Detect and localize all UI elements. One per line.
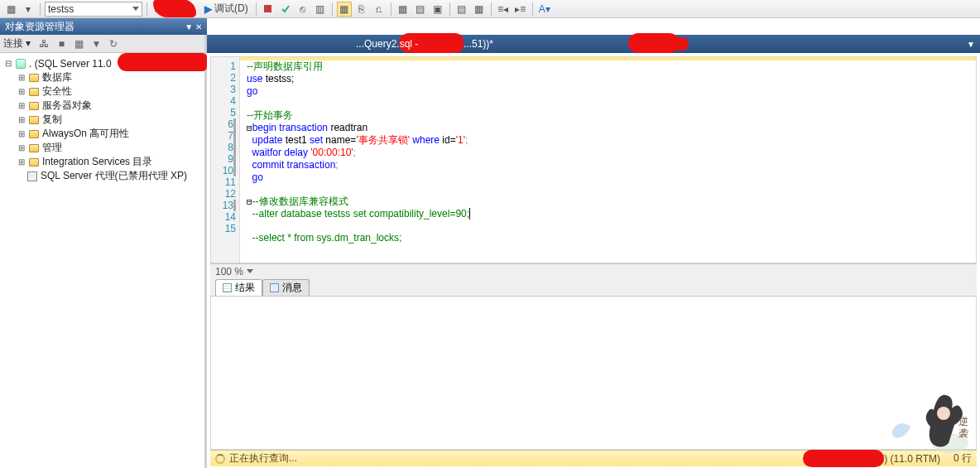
- tree-node-databases[interactable]: ⊞数据库: [2, 70, 203, 84]
- expand-icon[interactable]: ⊞: [17, 87, 26, 96]
- stop-icon[interactable]: ▦: [71, 36, 86, 51]
- toolbar-btn[interactable]: ▣: [430, 2, 445, 17]
- expand-icon[interactable]: ⊞: [17, 157, 26, 166]
- object-explorer: 连接 ▾ 🖧 ■ ▦ ▼ ↻ ⊟ . (SQL Server 11.0 ⊞数据库…: [0, 35, 207, 468]
- results-tabs: 结果 消息: [210, 278, 977, 297]
- debug-label: 调试(D): [214, 2, 248, 16]
- tree-node-replication[interactable]: ⊞复制: [2, 113, 203, 127]
- database-selector-value: testss: [48, 3, 74, 15]
- toolbar-btn[interactable]: A▾: [537, 2, 552, 17]
- tree-label: 数据库: [42, 70, 72, 84]
- expand-icon[interactable]: ⊞: [17, 129, 26, 138]
- object-tree: ⊟ . (SQL Server 11.0 ⊞数据库 ⊞安全性 ⊞服务器对象 ⊞复…: [0, 53, 204, 186]
- object-explorer-title: 对象资源管理器: [5, 20, 74, 34]
- status-bar: 正在执行查询... (local) (11.0 RTM) 0 行: [210, 450, 977, 466]
- redaction-mark: [628, 33, 678, 53]
- debug-icon: ▶: [204, 3, 212, 15]
- chevron-down-icon: [132, 7, 139, 11]
- tree-node-management[interactable]: ⊞管理: [2, 141, 203, 155]
- toolbar-btn[interactable]: ▤: [413, 2, 428, 17]
- tab-label: 消息: [282, 281, 302, 295]
- spinner-icon: [215, 454, 225, 464]
- editor-panel: ...Query2.sql - ...51))* ▼ 1234567891011…: [207, 35, 980, 468]
- object-explorer-titlebar: 对象资源管理器 ▼ ✕: [0, 18, 207, 35]
- folder-icon: [29, 102, 39, 110]
- toolbar-btn[interactable]: ⎌: [372, 2, 387, 17]
- status-rows: 0 行: [954, 451, 972, 466]
- outdent-button[interactable]: ▸≡: [513, 2, 528, 17]
- tree-node-integration[interactable]: ⊞Integration Services 目录: [2, 155, 203, 169]
- debug-button[interactable]: ▶ 调试(D): [201, 2, 252, 17]
- toolbar-btn-generic[interactable]: ▦: [3, 2, 18, 17]
- main-toolbar: ▦ ▾ testss 执行(X) ▶ 调试(D) ⎋ ▥ ▦ ⎘ ⎌ ▦ ▤ ▣…: [0, 0, 980, 18]
- zoom-value: 100 %: [215, 266, 243, 277]
- folder-icon: [29, 158, 39, 166]
- database-selector[interactable]: testss: [45, 2, 142, 17]
- folder-icon: [29, 88, 39, 96]
- code-text[interactable]: --声明数据库引用 use testss; go --开始事务 ⊟begin t…: [240, 57, 976, 263]
- server-icon: [16, 59, 26, 69]
- filter-icon[interactable]: ▼: [89, 36, 103, 51]
- folder-icon: [29, 130, 39, 138]
- toolbar-btn[interactable]: ▦: [396, 2, 411, 17]
- stop-button[interactable]: [261, 2, 276, 17]
- message-icon: [270, 283, 279, 292]
- refresh-icon[interactable]: ↻: [106, 36, 121, 51]
- line-number-gutter: 123456789101112131415: [211, 57, 240, 263]
- expand-icon[interactable]: ⊞: [17, 73, 26, 82]
- toolbar-btn[interactable]: ⎘: [354, 2, 369, 17]
- tree-label: 安全性: [42, 84, 72, 99]
- tree-label: 管理: [42, 141, 62, 155]
- document-tab-filename: ...Query2.sql -: [356, 38, 418, 50]
- expand-icon[interactable]: ⊞: [17, 143, 26, 152]
- connect-dropdown[interactable]: 连接 ▾: [3, 36, 31, 51]
- tab-label: 结果: [235, 281, 255, 295]
- tree-node-alwayson[interactable]: ⊞AlwaysOn 高可用性: [2, 127, 203, 141]
- connect-icon[interactable]: 🖧: [36, 36, 51, 51]
- tree-label: 复制: [42, 113, 62, 127]
- indent-button[interactable]: ≡◂: [496, 2, 511, 17]
- toolbar-btn[interactable]: ▥: [313, 2, 328, 17]
- redaction-mark: [118, 53, 207, 71]
- folder-icon: [29, 74, 39, 82]
- tab-results[interactable]: 结果: [215, 279, 262, 296]
- toolbar-btn[interactable]: ▤: [454, 2, 469, 17]
- grid-icon: [223, 283, 232, 292]
- toolbar-btn-generic[interactable]: ▾: [21, 2, 36, 17]
- tree-root[interactable]: ⊟ . (SQL Server 11.0: [2, 56, 203, 70]
- tree-node-agent[interactable]: SQL Server 代理(已禁用代理 XP): [2, 169, 203, 183]
- expand-icon[interactable]: ⊞: [17, 101, 26, 110]
- toolbar-btn-highlight[interactable]: ▦: [337, 2, 352, 17]
- tree-label: Integration Services 目录: [42, 155, 152, 169]
- stop-icon: [264, 5, 271, 12]
- folder-icon: [29, 116, 39, 124]
- toolbar-btn[interactable]: ⎋: [295, 2, 310, 17]
- folder-icon: [29, 144, 39, 152]
- parse-button[interactable]: [278, 2, 293, 17]
- toolbar-btn[interactable]: ▦: [472, 2, 487, 17]
- redaction-mark: [803, 450, 884, 467]
- tab-messages[interactable]: 消息: [262, 279, 310, 296]
- dropdown-icon[interactable]: ▼ ✕: [185, 22, 202, 31]
- results-grid: [210, 297, 977, 450]
- document-tab-suffix: ...51))*: [464, 38, 493, 50]
- tree-label: 服务器对象: [42, 99, 92, 113]
- modified-indicator: [240, 57, 976, 60]
- dropdown-icon[interactable]: ▼: [967, 40, 975, 49]
- expand-icon[interactable]: ⊞: [17, 115, 26, 124]
- connect-toolbar: 连接 ▾ 🖧 ■ ▦ ▼ ↻: [0, 35, 204, 53]
- document-tab[interactable]: ...Query2.sql - ...51))* ▼: [207, 35, 980, 53]
- chevron-down-icon: [247, 269, 253, 273]
- code-editor[interactable]: 123456789101112131415 --声明数据库引用 use test…: [210, 56, 977, 263]
- tree-root-label: . (SQL Server 11.0: [29, 58, 112, 70]
- disconnect-icon[interactable]: ■: [54, 36, 69, 51]
- tree-label: SQL Server 代理(已禁用代理 XP): [41, 169, 187, 183]
- zoom-control[interactable]: 100 %: [210, 263, 977, 278]
- collapse-icon[interactable]: ⊟: [3, 59, 12, 68]
- agent-icon: [27, 171, 37, 181]
- tree-label: AlwaysOn 高可用性: [42, 127, 129, 141]
- status-text: 正在执行查询...: [229, 451, 297, 466]
- tree-node-security[interactable]: ⊞安全性: [2, 84, 203, 99]
- redaction-mark: [153, 0, 196, 17]
- tree-node-server-objects[interactable]: ⊞服务器对象: [2, 99, 203, 113]
